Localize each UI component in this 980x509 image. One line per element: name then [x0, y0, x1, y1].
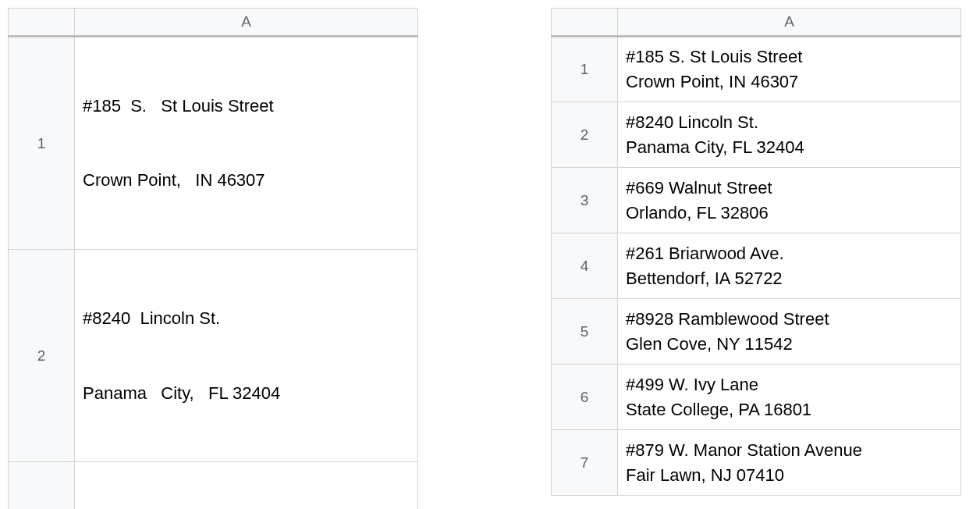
corner-cell-left[interactable] — [9, 9, 75, 37]
cell-line: Glen Cove, NY 11542 — [626, 332, 953, 357]
cell-line: Panama City, FL 32404 — [626, 135, 953, 160]
data-cell[interactable]: #669 Walnut Street Orlando, FL 32806 — [75, 462, 418, 509]
spreadsheet-right: A 1 #185 S. St Louis Street Crown Point,… — [551, 8, 961, 496]
data-cell[interactable]: #879 W. Manor Station Avenue Fair Lawn, … — [618, 430, 961, 496]
cell-line: #8928 Ramblewood Street — [626, 307, 953, 332]
data-cell[interactable]: #8928 Ramblewood Street Glen Cove, NY 11… — [618, 299, 961, 365]
data-cell[interactable]: #669 Walnut Street Orlando, FL 32806 — [618, 168, 961, 233]
table-row: 5 #8928 Ramblewood Street Glen Cove, NY … — [552, 299, 961, 365]
table-row: 7 #879 W. Manor Station Avenue Fair Lawn… — [552, 430, 961, 496]
row-header[interactable]: 4 — [552, 233, 618, 299]
cell-line: #8240 Lincoln St. — [83, 306, 410, 331]
row-header[interactable]: 2 — [552, 102, 618, 168]
row-header[interactable]: 5 — [552, 299, 618, 365]
row-header[interactable]: 6 — [552, 365, 618, 430]
data-cell[interactable]: #261 Briarwood Ave. Bettendorf, IA 52722 — [618, 233, 961, 299]
table-row: 1 #185 S. St Louis Street Crown Point, I… — [9, 37, 418, 250]
cell-line: Crown Point, IN 46307 — [83, 168, 410, 193]
row-header[interactable]: 2 — [9, 250, 75, 462]
cell-line: #879 W. Manor Station Avenue — [626, 438, 953, 463]
row-header[interactable]: 7 — [552, 430, 618, 496]
cell-line: #185 S. St Louis Street — [626, 44, 953, 69]
table-row: 4 #261 Briarwood Ave. Bettendorf, IA 527… — [552, 233, 961, 299]
data-cell[interactable]: #185 S. St Louis Street Crown Point, IN … — [75, 37, 418, 250]
cell-line: Orlando, FL 32806 — [626, 201, 953, 226]
arrow-container — [418, 8, 551, 509]
cell-line: #669 Walnut Street — [626, 176, 953, 201]
cell-line: Bettendorf, IA 52722 — [626, 266, 953, 291]
table-row: 2 #8240 Lincoln St. Panama City, FL 3240… — [9, 250, 418, 462]
cell-line: #499 W. Ivy Lane — [626, 372, 953, 397]
column-header-right[interactable]: A — [618, 9, 961, 37]
row-header[interactable]: 3 — [552, 168, 618, 233]
cell-line: Panama City, FL 32404 — [83, 381, 410, 406]
row-header[interactable]: 1 — [9, 37, 75, 250]
data-cell[interactable]: #499 W. Ivy Lane State College, PA 16801 — [618, 365, 961, 430]
cell-line: Fair Lawn, NJ 07410 — [626, 463, 953, 488]
cell-line: Crown Point, IN 46307 — [626, 69, 953, 94]
cell-line: #8240 Lincoln St. — [626, 110, 953, 135]
data-cell[interactable]: #8240 Lincoln St. Panama City, FL 32404 — [618, 102, 961, 168]
data-cell[interactable]: #185 S. St Louis Street Crown Point, IN … — [618, 37, 961, 102]
cell-line: State College, PA 16801 — [626, 397, 953, 422]
table-row: 3 #669 Walnut Street Orlando, FL 32806 — [552, 168, 961, 233]
table-row: 2 #8240 Lincoln St. Panama City, FL 3240… — [552, 102, 961, 168]
cell-line: #261 Briarwood Ave. — [626, 241, 953, 266]
row-header[interactable]: 1 — [552, 37, 618, 102]
spreadsheet-left: A 1 #185 S. St Louis Street Crown Point,… — [8, 8, 418, 509]
corner-cell-right[interactable] — [552, 9, 618, 37]
row-header[interactable]: 3 — [9, 462, 75, 509]
cell-line: #185 S. St Louis Street — [83, 94, 410, 119]
data-cell[interactable]: #8240 Lincoln St. Panama City, FL 32404 — [75, 250, 418, 462]
table-row: 3 #669 Walnut Street Orlando, FL 32806 — [9, 462, 418, 509]
column-header-left[interactable]: A — [75, 9, 418, 37]
table-row: 1 #185 S. St Louis Street Crown Point, I… — [552, 37, 961, 102]
table-row: 6 #499 W. Ivy Lane State College, PA 168… — [552, 365, 961, 430]
